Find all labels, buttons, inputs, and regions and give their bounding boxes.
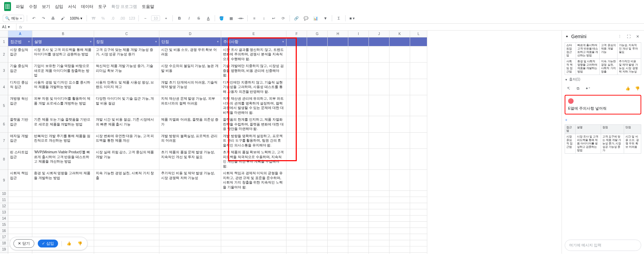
cell[interactable]: [286, 191, 307, 197]
menu-insert[interactable]: 삽입: [55, 4, 63, 10]
cell[interactable]: [369, 191, 389, 197]
insert-button[interactable]: ✓ 삽입: [38, 240, 58, 247]
cell[interactable]: [307, 197, 328, 203]
menu-view[interactable]: 보기: [42, 4, 50, 10]
cell[interactable]: [307, 95, 328, 116]
header-cell[interactable]: [286, 37, 307, 46]
cell[interactable]: [159, 209, 221, 216]
cell[interactable]: [410, 191, 427, 197]
cell[interactable]: [94, 240, 159, 246]
cell[interactable]: [348, 149, 369, 170]
cell[interactable]: [348, 203, 369, 209]
expand-button[interactable]: ⛶: [625, 33, 632, 40]
cell[interactable]: [307, 63, 328, 79]
header-cell[interactable]: [369, 37, 389, 46]
header-cell[interactable]: 접근법▾: [8, 37, 32, 46]
cell[interactable]: [328, 203, 348, 209]
cell[interactable]: [328, 46, 348, 63]
cell[interactable]: [348, 253, 369, 254]
cell[interactable]: [389, 116, 410, 133]
cell[interactable]: [8, 222, 32, 228]
cell[interactable]: 디자인 중심적 접근: [8, 79, 32, 96]
cell[interactable]: 지적 재산권 문제 발생 가능성, 외부 파트너와의 협력 어려움: [159, 95, 221, 116]
cell[interactable]: [94, 234, 159, 240]
cell[interactable]: [369, 228, 389, 234]
cell[interactable]: [8, 228, 32, 234]
gemini-message-input[interactable]: 여기에 메시지 입력: [565, 240, 641, 251]
cell[interactable]: 개발 초기 단계에서의 어려움, 기술적 제약 발생 가능성: [159, 79, 221, 96]
header-cell[interactable]: 장점▾: [94, 37, 159, 46]
cell[interactable]: [389, 191, 410, 197]
col-header-D[interactable]: D: [159, 31, 221, 37]
cell[interactable]: [94, 216, 159, 222]
cell[interactable]: 개방형 혁신 접근: [8, 95, 32, 116]
header-cell[interactable]: [389, 37, 410, 46]
header-cell[interactable]: 주의사항▾: [221, 37, 286, 46]
cell[interactable]: [348, 209, 369, 216]
cell[interactable]: [369, 79, 389, 96]
thumbs-down-button[interactable]: 👎: [634, 85, 641, 91]
more-formats-button[interactable]: 123: [128, 14, 136, 22]
cell[interactable]: 'MVP(Minimum Viable Product)'를 빠르게 출시하여 …: [32, 149, 94, 170]
cell[interactable]: [410, 209, 427, 216]
spreadsheet-grid[interactable]: A B C D E F G H I J K L 1접근법▾설명▾장점▾단점▾주의…: [0, 31, 562, 254]
cell[interactable]: 린 스타트업 접근: [8, 149, 32, 170]
cell[interactable]: [286, 216, 307, 222]
cell[interactable]: [369, 203, 389, 209]
cell[interactable]: [221, 197, 286, 203]
row-header[interactable]: 14: [0, 216, 8, 222]
cell[interactable]: [410, 234, 427, 240]
cell[interactable]: [328, 79, 348, 96]
cell[interactable]: [307, 191, 328, 197]
cell[interactable]: [94, 209, 159, 216]
cell[interactable]: 디자인에만 치중하지 않고, 기술적 실현 가능성을 고려하며, 사용성 테스트…: [221, 79, 286, 96]
row-header[interactable]: 3: [0, 63, 8, 79]
cell[interactable]: [307, 234, 328, 240]
cell[interactable]: [94, 203, 159, 209]
row-header[interactable]: 9: [0, 170, 8, 191]
cell[interactable]: [221, 216, 286, 222]
currency-button[interactable]: ₩: [90, 14, 97, 22]
cell[interactable]: [410, 228, 427, 234]
cell[interactable]: [307, 149, 328, 170]
cell[interactable]: 혁신적인 제품 개발 가능성 증가, 기술 리더십 확보 가능: [94, 63, 159, 79]
cell[interactable]: [221, 234, 286, 240]
cell[interactable]: [159, 240, 221, 246]
fill-color-button[interactable]: 🪣: [218, 14, 225, 22]
cell[interactable]: [32, 228, 94, 234]
cell[interactable]: [286, 79, 307, 96]
row-header[interactable]: 6: [0, 116, 8, 133]
increase-decimal-button[interactable]: .00: [118, 14, 126, 22]
cell[interactable]: 사회적 책임과 경제적 이익의 균형을 유지하고, 관련 규제 및 표준을 준수…: [221, 170, 286, 191]
cell[interactable]: [286, 234, 307, 240]
col-header-I[interactable]: I: [348, 31, 369, 37]
cell[interactable]: 다양한 아이디어 및 기술 접근 가능, 개발 비용 절감: [94, 95, 159, 116]
thumbs-up-button[interactable]: 👍: [65, 240, 73, 247]
cell[interactable]: 개발 시간 및 비용 절감, 기존 시장에서의 빠른 제품 출시 가능: [94, 116, 159, 133]
cell[interactable]: [410, 95, 427, 116]
filter-chevron-icon[interactable]: ▾: [90, 40, 92, 44]
cell[interactable]: [348, 63, 369, 79]
cell[interactable]: [8, 209, 32, 216]
cell[interactable]: [389, 209, 410, 216]
cell[interactable]: [369, 149, 389, 170]
cell[interactable]: [32, 222, 94, 228]
cell[interactable]: [348, 197, 369, 203]
comment-button[interactable]: 💬: [302, 14, 310, 22]
cell[interactable]: [369, 133, 389, 149]
row-header[interactable]: 2: [0, 46, 8, 63]
cell[interactable]: [348, 240, 369, 246]
cell[interactable]: [328, 222, 348, 228]
bold-button[interactable]: B: [176, 14, 183, 22]
cell[interactable]: [328, 209, 348, 216]
cell[interactable]: [328, 228, 348, 234]
header-cell[interactable]: 단점▾: [159, 37, 221, 46]
cell[interactable]: [286, 170, 307, 191]
cell[interactable]: [32, 197, 94, 203]
cell[interactable]: [389, 133, 410, 149]
cell[interactable]: 시장 조사 결과를 맹신하지 않고, 트렌드 변화에 주의하며, 경쟁사 분석을…: [221, 46, 286, 63]
cell[interactable]: [94, 253, 159, 254]
cell[interactable]: [410, 46, 427, 63]
menu-help[interactable]: 도움말: [142, 4, 154, 10]
header-cell[interactable]: [307, 37, 328, 46]
